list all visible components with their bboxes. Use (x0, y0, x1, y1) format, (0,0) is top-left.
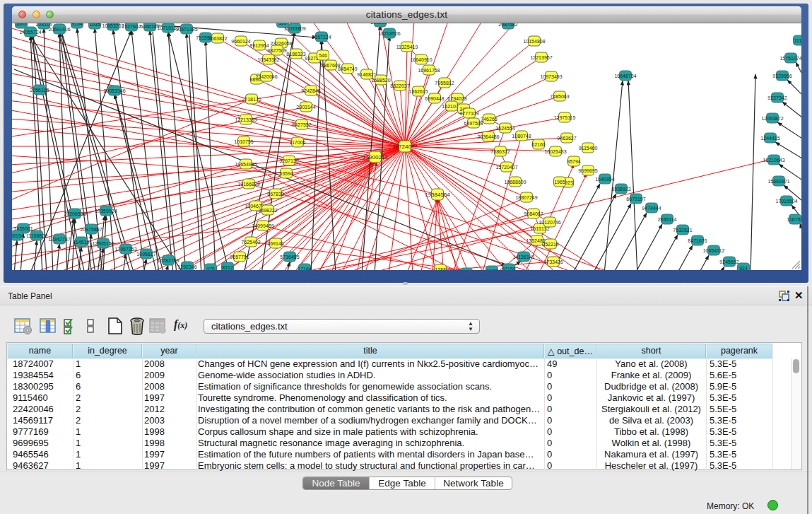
svg-text:10543382: 10543382 (257, 57, 279, 62)
svg-text:11156829: 11156829 (26, 233, 47, 238)
svg-text:15751074: 15751074 (779, 56, 801, 61)
svg-text:924: 924 (739, 266, 748, 271)
svg-text:17164: 17164 (298, 267, 312, 271)
svg-text:2803144: 2803144 (296, 105, 315, 110)
svg-text:17016504: 17016504 (775, 199, 797, 204)
svg-text:9245652: 9245652 (719, 259, 739, 264)
svg-text:1117: 1117 (794, 38, 801, 43)
svg-text:15900213: 15900213 (363, 154, 388, 160)
svg-text:53594: 53594 (279, 171, 293, 176)
svg-text:29053346: 29053346 (103, 88, 125, 93)
svg-text:3498222: 3498222 (258, 208, 277, 213)
svg-text:2935114: 2935114 (658, 217, 677, 222)
svg-text:9115460: 9115460 (579, 146, 598, 151)
svg-text:8813054: 8813054 (370, 23, 389, 25)
svg-text:1288: 1288 (435, 267, 446, 271)
svg-text:15720407: 15720407 (495, 165, 517, 170)
svg-text:1605: 1605 (16, 23, 27, 26)
svg-text:1435061: 1435061 (13, 226, 33, 231)
svg-text:9463627: 9463627 (557, 136, 576, 141)
svg-text:9227342: 9227342 (767, 95, 787, 100)
svg-text:1244415: 1244415 (760, 136, 779, 141)
svg-text:9657791: 9657791 (230, 255, 249, 259)
svg-text:10688609: 10688609 (504, 180, 526, 185)
svg-text:1362615: 1362615 (408, 89, 428, 94)
svg-text:867833: 867833 (267, 192, 283, 197)
svg-text:15692971: 15692971 (767, 179, 789, 184)
svg-text:12342737: 12342737 (48, 237, 70, 242)
svg-text:746266: 746266 (481, 117, 497, 122)
svg-text:1035: 1035 (89, 23, 100, 27)
svg-text:975: 975 (206, 267, 215, 271)
svg-text:8186323: 8186323 (286, 52, 305, 57)
svg-text:10218506: 10218506 (378, 31, 400, 36)
svg-text:20206536: 20206536 (64, 211, 86, 216)
svg-text:1080748: 1080748 (512, 134, 531, 139)
svg-text:17359924: 17359924 (95, 209, 117, 214)
svg-text:12093872: 12093872 (761, 116, 783, 121)
svg-text:9242848: 9242848 (301, 88, 320, 93)
svg-text:9084067: 9084067 (524, 211, 543, 216)
svg-text:16782759: 16782759 (157, 258, 179, 263)
svg-text:7386372: 7386372 (490, 149, 510, 154)
svg-text:20364486: 20364486 (477, 134, 499, 139)
svg-text:160: 160 (278, 23, 287, 25)
svg-text:16210643: 16210643 (763, 158, 784, 163)
svg-text:6497508: 6497508 (464, 121, 483, 126)
svg-text:10154808: 10154808 (523, 39, 545, 44)
svg-text:16033809: 16033809 (283, 26, 305, 31)
svg-text:1527602: 1527602 (122, 24, 141, 29)
svg-text:9146821: 9146821 (357, 72, 376, 77)
svg-text:20975887: 20975887 (80, 227, 102, 232)
svg-text:8322037: 8322037 (390, 83, 409, 88)
svg-text:1640954: 1640954 (595, 177, 614, 182)
svg-text:9777109: 9777109 (459, 111, 478, 116)
svg-text:7632621: 7632621 (673, 228, 692, 233)
svg-text:16640910: 16640910 (410, 57, 432, 62)
svg-text:8312: 8312 (222, 265, 233, 270)
svg-text:18724007: 18724007 (392, 144, 418, 150)
svg-text:9699695: 9699695 (578, 168, 597, 173)
svg-text:95794: 95794 (567, 159, 581, 164)
svg-text:16648784: 16648784 (614, 74, 636, 78)
svg-text:19654985: 19654985 (235, 162, 257, 167)
svg-text:2087682: 2087682 (498, 23, 517, 27)
svg-text:12213389: 12213389 (235, 117, 257, 122)
svg-text:117006: 117006 (290, 140, 306, 145)
svg-text:7485063: 7485063 (550, 94, 569, 99)
svg-text:1010755: 1010755 (234, 139, 253, 144)
svg-text:10671385: 10671385 (175, 27, 197, 32)
svg-text:9474444: 9474444 (642, 206, 661, 211)
svg-text:12505155: 12505155 (92, 241, 114, 246)
svg-text:7955812: 7955812 (435, 81, 454, 86)
svg-text:19384554: 19384554 (425, 192, 450, 198)
svg-text:3624554: 3624554 (495, 126, 514, 131)
svg-text:1588520: 1588520 (371, 78, 390, 83)
svg-text:1095817: 1095817 (136, 252, 155, 257)
svg-text:9827509: 9827509 (267, 48, 286, 53)
svg-text:14099489: 14099489 (252, 223, 273, 228)
svg-text:10120746: 10120746 (539, 220, 560, 225)
svg-text:20691406: 20691406 (48, 27, 70, 32)
svg-text:23226058: 23226058 (270, 41, 292, 46)
svg-text:116753: 116753 (787, 217, 801, 222)
svg-text:2718170: 2718170 (242, 97, 261, 102)
svg-text:2056105: 2056105 (30, 88, 49, 93)
svg-text:3267130: 3267130 (279, 158, 298, 163)
svg-text:10653267: 10653267 (102, 23, 124, 28)
svg-text:7625402: 7625402 (241, 240, 260, 245)
svg-text:9329966: 9329966 (772, 74, 792, 78)
svg-text:546: 546 (319, 53, 327, 58)
svg-text:19166829: 19166829 (237, 182, 259, 187)
svg-text:8938923: 8938923 (611, 187, 630, 192)
svg-text:169144: 169144 (267, 241, 283, 246)
svg-text:1965: 1965 (554, 180, 565, 185)
svg-text:114519: 114519 (73, 240, 90, 245)
svg-text:10654112: 10654112 (703, 248, 725, 253)
svg-text:62160: 62160 (531, 142, 546, 147)
svg-text:7663822: 7663822 (208, 36, 227, 41)
svg-text:1923: 1923 (486, 269, 498, 271)
svg-text:9660124: 9660124 (231, 39, 250, 44)
svg-text:7357224: 7357224 (312, 35, 331, 40)
svg-text:10973493: 10973493 (540, 74, 562, 79)
